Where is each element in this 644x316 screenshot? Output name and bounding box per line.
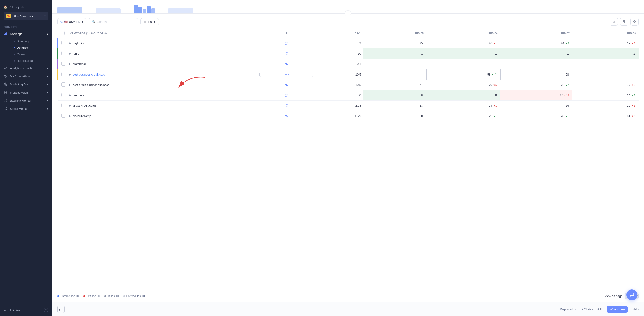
entered-top10-dot xyxy=(57,295,59,297)
search-icon: 🔍 xyxy=(92,20,96,23)
row-feb07-cell: 72 ▲7 xyxy=(500,80,572,90)
detailed-dot xyxy=(14,47,15,48)
entered-top100-dot xyxy=(123,295,125,297)
row-checkbox[interactable] xyxy=(62,72,66,76)
google-icon: G xyxy=(60,20,62,23)
all-projects-link[interactable]: 🏠 All Projects xyxy=(4,4,48,10)
main-content: ▾ G 🇺🇸 USA EN ▾ 🔍 Search ☰ List ▾ ⧉ xyxy=(52,0,644,316)
row-url-cell xyxy=(258,38,315,48)
row-expand-arrow[interactable]: ▶ xyxy=(69,73,71,76)
table-row: ▶ ramp era 0 8 8 27 ▼19 24 ▲3 xyxy=(58,90,639,101)
row-expand-arrow[interactable]: ▶ xyxy=(69,52,71,55)
sidebar-item-historical[interactable]: Historical data xyxy=(10,57,52,64)
row-feb07-cell: 24 xyxy=(500,101,572,111)
summary-label: Summary xyxy=(17,39,29,43)
svg-rect-0 xyxy=(4,34,5,35)
row-checkbox[interactable] xyxy=(62,62,66,66)
row-expand-arrow[interactable]: ▶ xyxy=(69,115,71,117)
row-keyword-cell: ▶ protonmail xyxy=(67,59,258,69)
chat-bubble[interactable] xyxy=(626,289,637,300)
sidebar-item-backlink[interactable]: Backlink Monitor ▾ xyxy=(0,96,52,105)
row-checkbox[interactable] xyxy=(62,114,66,118)
row-keyword-text[interactable]: best business credit card xyxy=(73,73,105,76)
report-bug-link[interactable]: Report a bug xyxy=(560,308,577,311)
url-badge[interactable]: 2 xyxy=(260,72,313,77)
row-checkbox[interactable] xyxy=(62,51,66,55)
svg-rect-20 xyxy=(635,20,636,21)
url-link[interactable] xyxy=(260,104,313,107)
url-link[interactable] xyxy=(260,42,313,45)
chat-icon xyxy=(629,292,634,298)
list-view-button[interactable]: ☰ List ▾ xyxy=(140,18,159,25)
minimize-label: Minimize xyxy=(8,309,20,312)
minimize-button[interactable]: ← Minimize xyxy=(4,309,20,312)
row-checkbox[interactable] xyxy=(62,93,66,97)
row-url-cell xyxy=(258,80,315,90)
project-selector[interactable]: 🔖 https://ramp.com/ ▾ xyxy=(4,12,48,20)
row-url-cell xyxy=(258,48,315,59)
copy-button[interactable]: ⧉ xyxy=(610,17,618,26)
sidebar-item-marketing[interactable]: Marketing Plan ▾ xyxy=(0,80,52,88)
table-row: ▶ ramp 10 1 1 1 1 xyxy=(58,48,639,59)
table-row: ▶ virtual credit cards 2.08 23 24 ▼1 24 … xyxy=(58,101,639,111)
row-cpc-cell: 10 xyxy=(315,48,363,59)
sidebar-item-audit[interactable]: Website Audit ▾ xyxy=(0,88,52,96)
url-link[interactable] xyxy=(260,84,313,86)
row-checkbox[interactable] xyxy=(62,41,66,45)
row-keyword-cell: ▶ virtual credit cards xyxy=(67,101,258,111)
entered-top10-label: Entered Top 10 xyxy=(60,295,79,298)
feb07-column-header: FEB-07 xyxy=(500,29,572,38)
row-keyword-text: best credit card for business xyxy=(73,83,110,87)
svg-point-12 xyxy=(4,108,5,109)
svg-rect-22 xyxy=(635,22,636,23)
row-feb07-cell: 24 ▲2 xyxy=(500,38,572,48)
affiliates-link[interactable]: Affiliates xyxy=(582,308,593,311)
row-feb07-cell: 1 xyxy=(500,48,572,59)
sidebar-item-overall[interactable]: Overall xyxy=(10,51,52,57)
chart-collapse-button[interactable]: ▾ xyxy=(345,10,351,16)
sidebar-item-detailed[interactable]: Detailed xyxy=(10,44,52,51)
row-expand-arrow[interactable]: ▶ xyxy=(69,94,71,97)
feb08-column-header: FEB-08 xyxy=(572,29,638,38)
sidebar-item-analytics[interactable]: Analytics & Traffic ▾ xyxy=(0,64,52,72)
url-link[interactable] xyxy=(260,52,313,55)
language-label: EN xyxy=(76,20,80,23)
row-expand-arrow[interactable]: ▶ xyxy=(69,62,71,65)
help-icon[interactable]: ? xyxy=(44,308,48,313)
select-all-checkbox[interactable] xyxy=(60,31,64,35)
help-link[interactable]: Help xyxy=(632,308,638,311)
audit-icon xyxy=(4,90,8,94)
chart-icon-button[interactable] xyxy=(57,306,64,313)
table-row: ▶ paylocity 2 25 26 ▼1 24 ▲2 32 ▼8 xyxy=(58,38,639,48)
row-url-cell xyxy=(258,111,315,121)
in-top10-dot xyxy=(104,295,106,297)
row-expand-arrow[interactable]: ▶ xyxy=(69,104,71,107)
api-link[interactable]: API xyxy=(597,308,602,311)
row-keyword-cell: ▶ paylocity xyxy=(67,38,258,48)
social-icon xyxy=(4,107,8,111)
sidebar-item-rankings[interactable]: Rankings ▴ xyxy=(0,30,52,38)
historical-label: Historical data xyxy=(17,59,35,62)
row-expand-arrow[interactable]: ▶ xyxy=(69,42,71,45)
row-feb05-cell: - xyxy=(363,59,426,69)
country-selector[interactable]: G 🇺🇸 USA EN ▾ xyxy=(57,18,86,25)
whats-new-button[interactable]: What's new xyxy=(606,306,628,313)
sidebar-item-social[interactable]: Social Media ▾ xyxy=(0,105,52,113)
projects-section-label: PROJECTS xyxy=(0,22,52,30)
filter-button[interactable] xyxy=(620,17,628,26)
sidebar-item-summary[interactable]: Summary xyxy=(10,38,52,44)
url-link[interactable] xyxy=(260,63,313,65)
row-checkbox[interactable] xyxy=(62,103,66,107)
all-projects-label: All Projects xyxy=(10,5,24,9)
row-cpc-cell: 10.5 xyxy=(315,69,363,80)
grid-view-button[interactable] xyxy=(630,17,638,26)
country-chevron-icon: ▾ xyxy=(82,20,83,23)
search-box[interactable]: 🔍 Search xyxy=(88,18,138,25)
row-expand-arrow[interactable]: ▶ xyxy=(69,83,71,86)
row-feb08-cell: 31 ▼3 xyxy=(572,111,638,121)
sidebar-item-competitors[interactable]: My Competitors ▾ xyxy=(0,72,52,80)
url-link[interactable] xyxy=(260,94,313,97)
row-checkbox[interactable] xyxy=(62,82,66,87)
social-label: Social Media xyxy=(10,107,27,110)
url-link[interactable] xyxy=(260,115,313,117)
